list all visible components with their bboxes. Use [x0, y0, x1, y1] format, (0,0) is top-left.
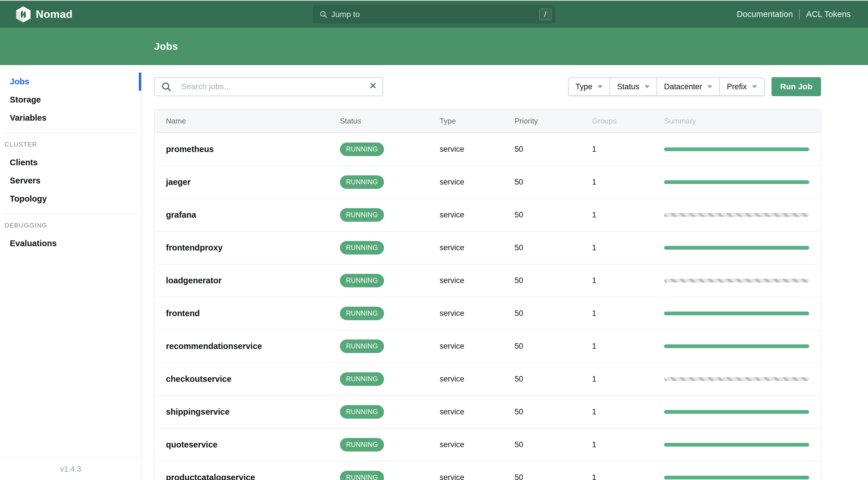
sidebar-item-storage[interactable]: Storage	[0, 91, 141, 109]
status-cell: RUNNING	[329, 405, 428, 419]
summary-cell	[652, 279, 821, 283]
run-job-button[interactable]: Run Job	[772, 77, 821, 96]
table-row[interactable]: recommendationserviceRUNNINGservice501	[154, 330, 821, 362]
groups-cell: 1	[581, 408, 652, 416]
clear-search-icon[interactable]: ✕	[369, 81, 377, 90]
type-cell: service	[428, 178, 503, 187]
status-badge: RUNNING	[340, 142, 384, 156]
job-name-link[interactable]: jaeger	[166, 178, 190, 187]
status-badge: RUNNING	[340, 340, 384, 353]
priority-cell: 50	[503, 243, 581, 252]
type-cell: service	[428, 211, 503, 219]
section-label-cluster: CLUSTER	[5, 141, 141, 148]
table-row[interactable]: prometheusRUNNINGservice501	[154, 133, 821, 166]
table-row[interactable]: checkoutserviceRUNNINGservice501	[154, 362, 821, 395]
version-footer: v1.4.3	[0, 458, 141, 480]
summary-bar	[664, 213, 809, 217]
groups-cell: 1	[581, 178, 652, 187]
filter-prefix-dropdown[interactable]: Prefix	[720, 77, 765, 96]
job-name-link[interactable]: frontend	[166, 309, 200, 318]
main-content: ✕ Type Status Datacenter	[142, 65, 868, 480]
sidebar-item-variables[interactable]: Variables	[0, 109, 141, 127]
summary-cell	[652, 443, 821, 447]
status-cell: RUNNING	[329, 340, 428, 353]
table-row[interactable]: shippingserviceRUNNINGservice501	[154, 395, 821, 428]
table-row[interactable]: productcatalogserviceRUNNINGservice501	[154, 461, 821, 480]
summary-cell	[652, 213, 821, 217]
status-badge: RUNNING	[340, 274, 384, 287]
jump-to-input[interactable]: Jump to /	[313, 5, 555, 23]
job-name-link[interactable]: quoteservice	[166, 440, 217, 449]
job-name-link[interactable]: recommendationservice	[166, 342, 262, 351]
section-label-debugging: DEBUGGING	[5, 222, 141, 229]
column-header-type[interactable]: Type	[428, 117, 503, 126]
table-row[interactable]: frontendRUNNINGservice501	[154, 297, 821, 330]
sidebar: Jobs Storage Variables CLUSTER Clients S…	[0, 65, 142, 480]
summary-cell	[652, 180, 821, 184]
groups-cell: 1	[581, 276, 652, 285]
status-cell: RUNNING	[329, 175, 428, 189]
type-cell: service	[428, 473, 503, 480]
sidebar-item-clients[interactable]: Clients	[0, 154, 141, 171]
priority-cell: 50	[503, 375, 581, 384]
chevron-down-icon	[597, 85, 603, 88]
sidebar-item-evaluations[interactable]: Evaluations	[0, 234, 141, 253]
filter-status-dropdown[interactable]: Status	[610, 77, 657, 96]
status-cell: RUNNING	[329, 142, 428, 156]
job-name-link[interactable]: checkoutservice	[166, 374, 231, 384]
groups-cell: 1	[581, 375, 652, 384]
table-body: prometheusRUNNINGservice501jaegerRUNNING…	[154, 133, 821, 480]
table-row[interactable]: quoteserviceRUNNINGservice501	[154, 428, 821, 461]
column-header-status[interactable]: Status	[329, 117, 428, 126]
table-row[interactable]: loadgeneratorRUNNINGservice501	[154, 264, 821, 297]
job-name-link[interactable]: grafana	[166, 210, 196, 219]
column-header-groups: Groups	[581, 117, 652, 126]
search-input[interactable]	[154, 77, 383, 96]
name-cell: grafana	[154, 210, 329, 220]
page-header: Jobs	[0, 28, 868, 65]
filter-datacenter-dropdown[interactable]: Datacenter	[657, 77, 720, 96]
name-cell: recommendationservice	[154, 342, 329, 351]
brand-name: Nomad	[36, 8, 72, 21]
status-badge: RUNNING	[340, 438, 384, 451]
table-row[interactable]: grafanaRUNNINGservice501	[154, 198, 821, 231]
status-badge: RUNNING	[340, 372, 384, 386]
column-header-priority[interactable]: Priority	[503, 117, 581, 126]
acl-tokens-link[interactable]: ACL Tokens	[806, 9, 851, 19]
table-row[interactable]: jaegerRUNNINGservice501	[154, 166, 821, 198]
summary-cell	[652, 246, 821, 250]
documentation-link[interactable]: Documentation	[737, 9, 793, 19]
priority-cell: 50	[503, 276, 581, 285]
groups-cell: 1	[581, 145, 652, 154]
sidebar-item-topology[interactable]: Topology	[0, 190, 141, 208]
status-badge: RUNNING	[340, 307, 384, 320]
links-divider	[799, 9, 800, 19]
priority-cell: 50	[503, 440, 581, 449]
sidebar-debugging-menu: Evaluations	[0, 234, 141, 253]
table-row[interactable]: frontendproxyRUNNINGservice501	[154, 231, 821, 264]
status-badge: RUNNING	[340, 241, 384, 255]
name-cell: jaeger	[154, 178, 329, 187]
job-name-link[interactable]: frontendproxy	[166, 243, 223, 252]
type-cell: service	[428, 276, 503, 285]
jobs-table: Name Status Type Priority Groups Summary…	[154, 109, 821, 480]
nomad-brand[interactable]: Nomad	[16, 6, 72, 23]
filter-type-dropdown[interactable]: Type	[568, 77, 610, 96]
job-name-link[interactable]: prometheus	[166, 145, 214, 154]
type-cell: service	[428, 243, 503, 252]
topnav-links: Documentation ACL Tokens	[737, 9, 851, 19]
priority-cell: 50	[503, 178, 581, 187]
job-name-link[interactable]: productcatalogservice	[166, 473, 255, 480]
sidebar-item-jobs[interactable]: Jobs	[0, 72, 141, 91]
status-badge: RUNNING	[340, 208, 384, 222]
column-header-name[interactable]: Name	[154, 117, 329, 126]
top-nav: Nomad Jump to / Documentation ACL Tokens	[0, 1, 868, 28]
job-name-link[interactable]: loadgenerator	[166, 276, 221, 285]
name-cell: prometheus	[154, 145, 329, 154]
job-name-link[interactable]: shippingservice	[166, 407, 229, 416]
sidebar-item-servers[interactable]: Servers	[0, 171, 141, 190]
status-badge: RUNNING	[340, 405, 384, 419]
toolbar-right: Type Status Datacenter Prefix	[568, 77, 821, 96]
groups-cell: 1	[581, 342, 652, 351]
sidebar-primary-menu: Jobs Storage Variables	[0, 72, 141, 127]
